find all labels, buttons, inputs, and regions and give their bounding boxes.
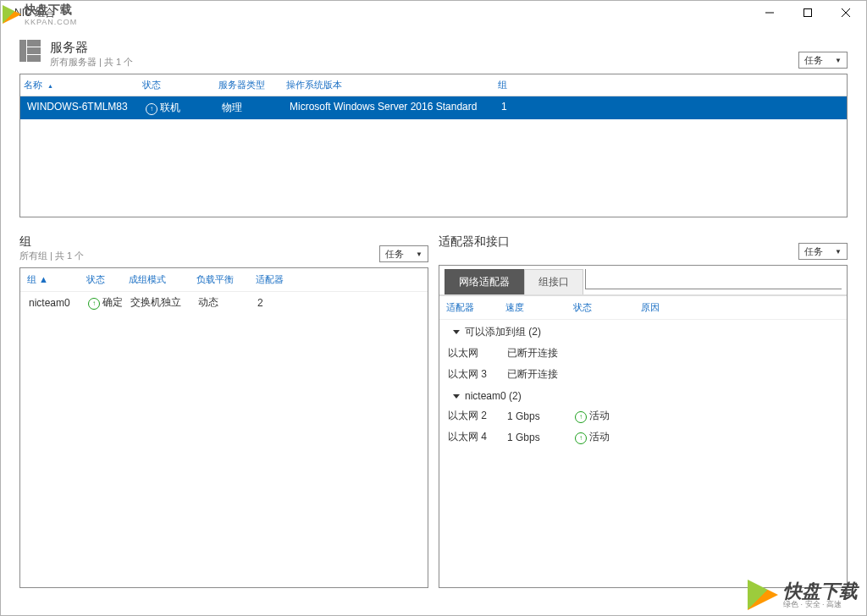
server-team: 1	[498, 101, 843, 115]
server-status: 联机	[142, 101, 218, 115]
team-mode: 交换机独立	[127, 295, 195, 310]
col-name[interactable]: 名称▲	[20, 74, 139, 96]
sort-asc-icon: ▲	[47, 83, 53, 89]
server-os: Microsoft Windows Server 2016 Standard	[286, 101, 498, 115]
team-status: 确定	[85, 295, 127, 310]
server-type: 物理	[218, 101, 286, 115]
sort-asc-icon: ▲	[36, 274, 48, 284]
adapters-panel: 适配器和接口 任务 网络适配器 组接口 适配器 速度 状态 原因 可以添加到组 …	[439, 234, 848, 588]
status-up-icon	[146, 103, 157, 115]
tcol-lb[interactable]: 负载平衡	[193, 273, 252, 286]
watermark-top: 快盘下载 KKPAN.COM	[1, 1, 79, 28]
adapters-tasks-button[interactable]: 任务	[798, 243, 848, 260]
footer-logo-icon	[748, 580, 778, 610]
tab-filter-input[interactable]	[585, 269, 842, 289]
tcol-team[interactable]: 组 ▲	[24, 273, 83, 286]
teams-tasks-button[interactable]: 任务	[379, 245, 428, 262]
tab-team-interfaces[interactable]: 组接口	[524, 269, 583, 294]
caret-down-icon	[453, 330, 460, 334]
tcol-status[interactable]: 状态	[83, 273, 125, 286]
adapter-status: 活动	[572, 409, 639, 423]
tcol-adapters[interactable]: 适配器	[252, 273, 424, 286]
watermark-brand: 快盘下载	[25, 3, 77, 18]
task-label: 任务	[804, 54, 823, 67]
adapter-row[interactable]: 以太网 41 Gbps 活动	[439, 426, 847, 448]
adapters-title: 适配器和接口	[439, 234, 798, 250]
teams-subtitle: 所有组 | 共 1 个	[19, 250, 379, 262]
tab-network-adapters[interactable]: 网络适配器	[445, 269, 524, 294]
adapter-speed: 1 Gbps	[504, 410, 572, 422]
col-team[interactable]: 组	[494, 74, 847, 96]
teams-title: 组	[19, 234, 379, 250]
watermark-site: KKPAN.COM	[25, 18, 77, 26]
watermark-logo-icon	[3, 5, 21, 24]
adapter-row[interactable]: 以太网 21 Gbps 活动	[439, 405, 847, 426]
col-status[interactable]: 状态	[139, 74, 215, 96]
acol-status[interactable]: 状态	[570, 301, 638, 314]
team-row[interactable]: nicteam0 确定 交换机独立 动态 2	[20, 292, 428, 313]
team-adapters: 2	[254, 297, 422, 309]
adapter-group-header[interactable]: 可以添加到组 (2)	[439, 320, 847, 343]
acol-reason[interactable]: 原因	[638, 301, 843, 314]
team-name: nicteam0	[25, 297, 85, 309]
teams-panel: 组 所有组 | 共 1 个 任务 组 ▲ 状态 成组模式 负载平衡 适配器 ni…	[19, 234, 428, 588]
status-up-icon	[575, 432, 587, 444]
adapter-body: 可以添加到组 (2)以太网已断开连接以太网 3已断开连接nicteam0 (2)…	[439, 320, 847, 448]
servers-icon	[19, 40, 43, 63]
acol-speed[interactable]: 速度	[502, 301, 570, 314]
status-up-icon	[575, 411, 587, 423]
adapter-row[interactable]: 以太网 3已断开连接	[439, 364, 847, 385]
adapter-speed: 已断开连接	[504, 346, 572, 360]
adapter-row[interactable]: 以太网已断开连接	[439, 343, 847, 364]
close-button[interactable]	[826, 1, 864, 25]
servers-table: 名称▲ 状态 服务器类型 操作系统版本 组 WINDOWS-6TMLM83 联机…	[19, 74, 848, 217]
adapter-status: 活动	[572, 430, 639, 444]
footer-sub: 绿色 · 安全 · 高速	[783, 601, 858, 608]
watermark-footer: 快盘下载 绿色 · 安全 · 高速	[748, 580, 858, 610]
maximize-button[interactable]	[788, 1, 826, 25]
footer-brand: 快盘下载	[783, 582, 858, 601]
adapter-name: 以太网 2	[445, 409, 504, 423]
servers-header: 服务器 所有服务器 | 共 1 个 任务	[19, 40, 848, 69]
minimize-button[interactable]	[750, 1, 788, 25]
servers-title: 服务器	[50, 40, 798, 56]
adapter-group-header[interactable]: nicteam0 (2)	[439, 385, 847, 405]
col-os[interactable]: 操作系统版本	[283, 74, 494, 96]
col-type[interactable]: 服务器类型	[215, 74, 283, 96]
acol-adapter[interactable]: 适配器	[443, 301, 502, 314]
team-lb: 动态	[195, 295, 254, 310]
servers-tasks-button[interactable]: 任务	[798, 52, 848, 69]
adapter-speed: 已断开连接	[504, 367, 572, 382]
adapter-speed: 1 Gbps	[504, 432, 572, 443]
adapter-name: 以太网	[445, 346, 504, 360]
servers-subtitle: 所有服务器 | 共 1 个	[50, 56, 798, 69]
adapter-name: 以太网 4	[445, 430, 504, 444]
titlebar: NIC 组合	[1, 1, 866, 25]
server-name: WINDOWS-6TMLM83	[24, 101, 142, 115]
server-row[interactable]: WINDOWS-6TMLM83 联机 物理 Microsoft Windows …	[20, 96, 847, 119]
tcol-mode[interactable]: 成组模式	[125, 273, 193, 286]
caret-down-icon	[453, 394, 460, 399]
adapter-name: 以太网 3	[445, 367, 504, 382]
status-up-icon	[88, 298, 100, 310]
svg-rect-1	[803, 9, 811, 17]
